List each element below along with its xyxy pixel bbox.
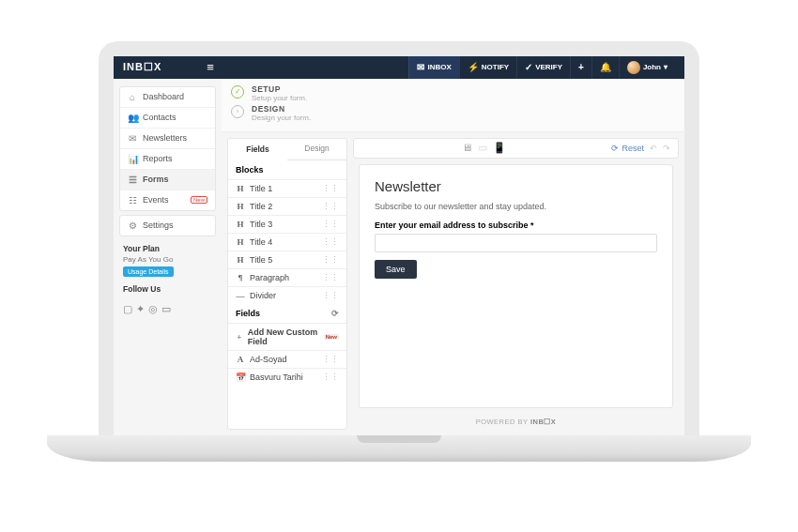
reset-icon: ⟳	[611, 144, 619, 153]
step-design[interactable]: › DESIGN Design your form.	[231, 104, 675, 122]
blocks-heading: Blocks	[228, 160, 346, 179]
email-label: Enter your email address to subscribe *	[375, 220, 657, 230]
tab-fields[interactable]: Fields	[228, 140, 287, 160]
desktop-view-icon[interactable]: 🖥	[462, 142, 472, 154]
instagram-icon[interactable]: ◎	[148, 303, 158, 315]
sidebar: ⌂ Dashboard 👥 Contacts ✉ Newsletters	[114, 79, 222, 435]
nav-verify-button[interactable]: ✓ VERIFY	[516, 56, 570, 79]
check-icon: ✓	[525, 62, 532, 72]
drag-icon: ⋮⋮	[322, 291, 339, 300]
reset-button[interactable]: ⟳ Reset	[611, 144, 644, 153]
step-title: DESIGN	[252, 104, 311, 114]
plan-title: Your Plan	[123, 244, 212, 253]
sidebar-item-newsletters[interactable]: ✉ Newsletters	[120, 129, 215, 149]
form-icon: ☰	[128, 175, 137, 185]
follow-section: Follow Us	[114, 281, 222, 299]
tablet-view-icon[interactable]: ▭	[478, 142, 487, 154]
block-divider[interactable]: —Divider⋮⋮	[228, 286, 346, 304]
twitter-icon[interactable]: ✦	[136, 303, 145, 315]
sidebar-item-label: Dashboard	[143, 92, 184, 101]
plan-info: Your Plan Pay As You Go Usage Details	[114, 240, 222, 281]
add-custom-field-button[interactable]: + Add New Custom Field New	[228, 323, 346, 350]
new-badge: New	[191, 196, 207, 204]
refresh-icon[interactable]: ⟳	[331, 309, 339, 318]
plus-icon: +	[236, 332, 243, 342]
home-icon: ⌂	[128, 92, 137, 102]
sidebar-item-reports[interactable]: 📊 Reports	[120, 149, 215, 170]
paragraph-icon: ¶	[236, 273, 245, 282]
youtube-icon[interactable]: ▭	[161, 303, 171, 315]
nav-verify-label: VERIFY	[535, 63, 562, 71]
people-icon: 👥	[128, 113, 137, 123]
step-done-icon: ✓	[231, 85, 244, 99]
sidebar-item-contacts[interactable]: 👥 Contacts	[120, 108, 215, 129]
sidebar-item-settings[interactable]: ⚙ Settings	[120, 216, 215, 236]
chart-icon: 📊	[128, 154, 137, 164]
step-current-icon: ›	[231, 105, 244, 118]
nav-inbox-button[interactable]: ✉ INBOX	[408, 56, 458, 79]
step-title: SETUP	[252, 84, 307, 94]
gear-icon: ⚙	[128, 220, 137, 231]
block-title-2[interactable]: HTitle 2⋮⋮	[228, 197, 346, 215]
field-adsoyad[interactable]: AAd-Soyad⋮⋮	[228, 350, 346, 368]
calendar-icon: 📅	[236, 372, 245, 382]
block-title-4[interactable]: HTitle 4⋮⋮	[228, 233, 346, 251]
block-paragraph[interactable]: ¶Paragraph⋮⋮	[228, 268, 346, 286]
powered-by: POWERED BY INB☐X	[353, 414, 679, 430]
chevron-down-icon: ▾	[664, 63, 668, 71]
facebook-icon[interactable]: ▢	[123, 303, 132, 315]
heading-icon: H	[236, 202, 245, 211]
drag-icon: ⋮⋮	[322, 372, 339, 382]
plan-name: Pay As You Go	[123, 255, 212, 264]
block-title-1[interactable]: HTitle 1⋮⋮	[228, 179, 346, 197]
step-subtitle: Setup your form.	[252, 94, 307, 102]
bolt-icon: ⚡	[468, 62, 479, 72]
sidebar-item-label: Newsletters	[143, 133, 187, 143]
user-menu[interactable]: John ▾	[619, 56, 675, 79]
heading-icon: H	[236, 184, 245, 193]
avatar	[627, 61, 640, 74]
field-basvuru[interactable]: 📅Basvuru Tarihi⋮⋮	[228, 368, 346, 386]
save-button[interactable]: Save	[375, 260, 417, 279]
form-title: Newsletter	[375, 178, 657, 194]
sidebar-item-label: Contacts	[143, 113, 176, 122]
canvas-toolbar: 🖥 ▭ 📱 ⟳ Reset ↶ ↷	[353, 138, 679, 159]
nav-notify-button[interactable]: ⚡ NOTIFY	[459, 56, 516, 79]
usage-details-button[interactable]: Usage Details	[123, 266, 174, 277]
tab-design[interactable]: Design	[287, 139, 346, 160]
heading-icon: H	[236, 237, 245, 247]
sidebar-item-label: Reports	[143, 154, 173, 163]
nav-add-button[interactable]: +	[570, 56, 591, 79]
redo-button[interactable]: ↷	[663, 144, 670, 153]
user-name: John	[643, 63, 661, 71]
divider-icon: —	[236, 291, 245, 300]
mobile-view-icon[interactable]: 📱	[493, 142, 506, 154]
drag-icon: ⋮⋮	[322, 184, 339, 193]
menu-toggle-icon[interactable]: ≡	[207, 60, 214, 74]
drag-icon: ⋮⋮	[322, 255, 339, 265]
sidebar-item-forms[interactable]: ☰ Forms	[120, 170, 215, 190]
sidebar-item-events[interactable]: ☷ Events New	[120, 190, 215, 210]
follow-title: Follow Us	[123, 284, 212, 294]
new-badge: New	[324, 334, 339, 340]
drag-icon: ⋮⋮	[322, 273, 339, 282]
nav-notify-label: NOTIFY	[482, 63, 509, 71]
plus-icon: +	[578, 62, 584, 72]
drag-icon: ⋮⋮	[322, 355, 339, 364]
undo-button[interactable]: ↶	[650, 144, 657, 153]
heading-icon: H	[236, 220, 245, 229]
text-icon: A	[236, 355, 245, 364]
grid-icon: ☷	[128, 195, 137, 205]
builder-panel: Fields Design Blocks HTitle 1⋮⋮ HTitle 2…	[227, 138, 347, 430]
sidebar-item-dashboard[interactable]: ⌂ Dashboard	[120, 87, 215, 108]
email-field[interactable]	[375, 234, 657, 252]
sidebar-item-label: Events	[143, 195, 169, 205]
drag-icon: ⋮⋮	[322, 237, 339, 247]
step-setup[interactable]: ✓ SETUP Setup your form.	[231, 84, 675, 102]
block-title-3[interactable]: HTitle 3⋮⋮	[228, 215, 346, 233]
form-canvas: Newsletter Subscribe to our newsletter a…	[359, 164, 673, 408]
step-subtitle: Design your form.	[252, 114, 311, 122]
block-title-5[interactable]: HTitle 5⋮⋮	[228, 251, 346, 268]
mail-icon: ✉	[417, 62, 424, 72]
nav-notifications-button[interactable]: 🔔	[591, 56, 619, 79]
